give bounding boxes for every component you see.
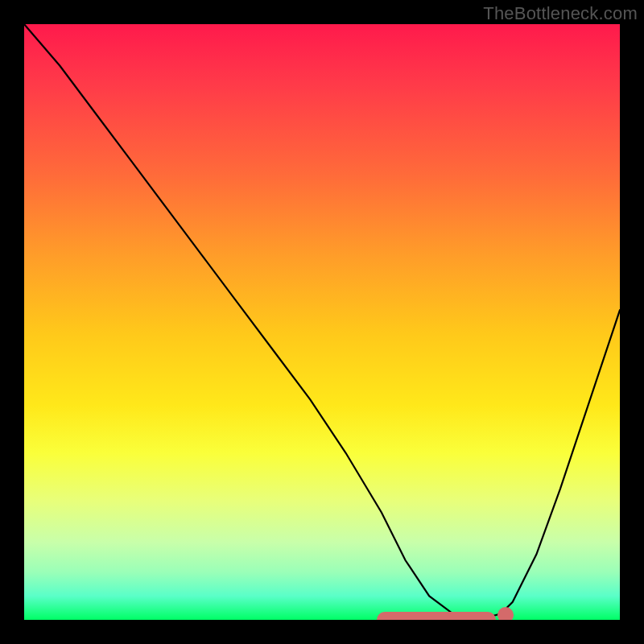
bottleneck-curve-line [24,24,620,620]
chart-plot-area [24,24,620,620]
optimal-zone-end-dot [497,607,514,620]
watermark-text: TheBottleneck.com [483,3,638,24]
chart-curve-svg [24,24,620,620]
optimal-zone-marker [377,612,496,620]
